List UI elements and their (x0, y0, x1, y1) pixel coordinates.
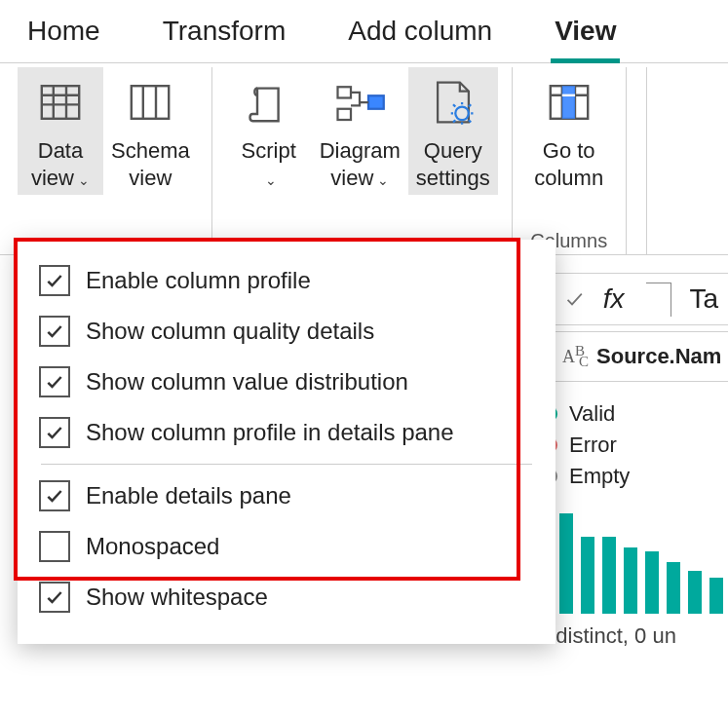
quality-valid-label: Valid (569, 401, 615, 427)
svg-rect-0 (42, 86, 79, 119)
grid-icon (37, 79, 84, 126)
opt-label: Enable column profile (86, 267, 311, 294)
data-view-dropdown: Enable column profile Show column qualit… (18, 240, 556, 644)
goto-column-label-2: column (534, 166, 603, 190)
script-label: Script (242, 138, 296, 163)
schema-view-label-1: Schema (111, 138, 190, 163)
diagram-view-label-2: view (330, 166, 373, 190)
columns-icon (127, 79, 173, 126)
tab-transform[interactable]: Transform (159, 8, 290, 62)
opt-label: Show whitespace (86, 584, 268, 611)
checkbox-icon (39, 366, 70, 397)
checkbox-icon (39, 480, 70, 511)
schema-view-label-2: view (129, 166, 172, 190)
opt-enable-details-pane[interactable]: Enable details pane (39, 471, 534, 521)
quality-empty-label: Empty (569, 464, 630, 489)
script-button[interactable]: Script ⌄ (226, 67, 312, 195)
opt-monospaced[interactable]: Monospaced (39, 521, 534, 572)
svg-line-16 (453, 104, 455, 106)
opt-show-profile-in-pane[interactable]: Show column profile in details pane (39, 407, 534, 458)
svg-point-11 (455, 107, 469, 121)
tab-add-column[interactable]: Add column (344, 8, 496, 62)
query-settings-button[interactable]: Query settings (408, 67, 498, 195)
goto-column-icon (546, 79, 593, 126)
quality-valid: Valid (542, 401, 724, 427)
opt-show-quality-details[interactable]: Show column quality details (39, 306, 534, 357)
dropdown-separator (41, 464, 532, 465)
checkbox-icon (39, 531, 70, 562)
group-columns: Go to column Columns (513, 67, 627, 254)
opt-enable-column-profile[interactable]: Enable column profile (39, 255, 534, 306)
svg-rect-10 (368, 95, 384, 109)
opt-label: Show column value distribution (86, 368, 408, 396)
tab-view[interactable]: View (551, 8, 620, 62)
opt-label: Show column profile in details pane (86, 419, 454, 446)
data-view-label-1: Data (38, 138, 83, 163)
diagram-view-button[interactable]: Diagram view⌄ (312, 67, 408, 195)
script-icon (246, 79, 292, 126)
query-settings-icon (429, 78, 478, 127)
data-view-button[interactable]: Data view⌄ (18, 67, 103, 195)
ribbon: Data view⌄ Schema view (0, 63, 728, 255)
opt-show-value-distribution[interactable]: Show column value distribution (39, 357, 534, 407)
formula-input[interactable] (646, 283, 672, 317)
goto-column-label-1: Go to (543, 138, 595, 163)
query-settings-label-1: Query (424, 138, 482, 163)
opt-label: Enable details pane (86, 482, 291, 509)
go-to-column-button[interactable]: Go to column (526, 67, 612, 195)
opt-label: Monospaced (86, 533, 219, 560)
quality-error: Error (542, 433, 724, 458)
fx-label: fx (603, 283, 625, 315)
checkbox-icon (39, 316, 70, 347)
svg-line-17 (469, 120, 471, 122)
quality-empty: Empty (542, 464, 724, 489)
schema-view-button[interactable]: Schema view (103, 67, 198, 195)
svg-line-18 (469, 104, 471, 106)
svg-rect-9 (338, 109, 352, 120)
svg-rect-5 (132, 86, 169, 119)
diagram-view-label-1: Diagram (320, 138, 401, 163)
tab-home[interactable]: Home (23, 8, 104, 62)
group-view-tools: Script ⌄ Diagram view⌄ (212, 67, 513, 254)
checkbox-icon (39, 417, 70, 448)
ribbon-tabs: Home Transform Add column View (0, 0, 728, 63)
group-layout: Data view⌄ Schema view (18, 67, 212, 254)
confirm-icon[interactable] (564, 285, 585, 313)
svg-line-19 (453, 120, 455, 122)
svg-rect-24 (561, 86, 574, 119)
diagram-icon (333, 80, 386, 125)
opt-show-whitespace[interactable]: Show whitespace (39, 572, 534, 622)
checkbox-icon (39, 582, 70, 613)
opt-label: Show column quality details (86, 318, 374, 345)
query-settings-label-2: settings (416, 166, 490, 190)
checkbox-icon (39, 265, 70, 296)
data-view-label-2: view (31, 166, 74, 190)
formula-text: Ta (689, 283, 718, 315)
type-badge: ABC (562, 343, 589, 371)
quality-error-label: Error (569, 433, 617, 458)
column-name: Source.Nam (596, 344, 721, 369)
svg-rect-8 (338, 87, 352, 97)
